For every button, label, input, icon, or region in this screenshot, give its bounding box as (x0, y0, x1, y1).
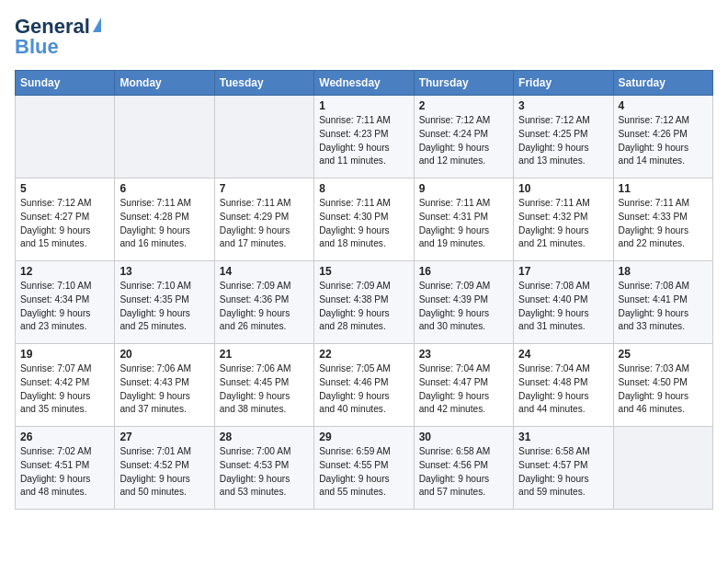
day-number: 27 (119, 431, 209, 443)
day-number: 29 (319, 431, 408, 443)
week-row-2: 5Sunrise: 7:12 AM Sunset: 4:27 PM Daylig… (16, 178, 713, 261)
day-info: Sunrise: 6:59 AM Sunset: 4:55 PM Dayligh… (319, 445, 408, 500)
week-row-4: 19Sunrise: 7:07 AM Sunset: 4:42 PM Dayli… (16, 344, 713, 427)
day-info: Sunrise: 7:11 AM Sunset: 4:30 PM Dayligh… (319, 197, 408, 251)
logo-blue: Blue (15, 35, 59, 59)
day-number: 22 (319, 348, 408, 361)
week-row-3: 12Sunrise: 7:10 AM Sunset: 4:34 PM Dayli… (16, 261, 713, 344)
calendar-cell: 5Sunrise: 7:12 AM Sunset: 4:27 PM Daylig… (16, 178, 115, 261)
header-day-saturday: Saturday (613, 71, 712, 96)
day-info: Sunrise: 6:58 AM Sunset: 4:56 PM Dayligh… (419, 445, 508, 500)
day-number: 17 (518, 265, 608, 278)
calendar-header: SundayMondayTuesdayWednesdayThursdayFrid… (16, 71, 713, 96)
day-info: Sunrise: 7:04 AM Sunset: 4:47 PM Dayligh… (419, 362, 508, 417)
calendar-cell: 2Sunrise: 7:12 AM Sunset: 4:24 PM Daylig… (414, 96, 513, 178)
day-number: 10 (518, 182, 608, 195)
day-number: 2 (419, 99, 508, 112)
calendar-cell (16, 96, 115, 178)
day-number: 20 (119, 348, 209, 361)
calendar-cell: 18Sunrise: 7:08 AM Sunset: 4:41 PM Dayli… (613, 261, 712, 344)
calendar-cell: 14Sunrise: 7:09 AM Sunset: 4:36 PM Dayli… (214, 261, 313, 344)
header-day-monday: Monday (115, 71, 214, 96)
week-row-1: 1Sunrise: 7:11 AM Sunset: 4:23 PM Daylig… (16, 96, 713, 178)
calendar-cell: 31Sunrise: 6:58 AM Sunset: 4:57 PM Dayli… (514, 427, 613, 510)
calendar-cell: 22Sunrise: 7:05 AM Sunset: 4:46 PM Dayli… (314, 344, 414, 427)
day-info: Sunrise: 7:01 AM Sunset: 4:52 PM Dayligh… (119, 445, 209, 500)
header-day-tuesday: Tuesday (214, 71, 313, 96)
calendar-cell: 24Sunrise: 7:04 AM Sunset: 4:48 PM Dayli… (514, 344, 613, 427)
day-info: Sunrise: 7:11 AM Sunset: 4:23 PM Dayligh… (319, 114, 408, 168)
day-info: Sunrise: 7:06 AM Sunset: 4:43 PM Dayligh… (119, 362, 209, 417)
day-info: Sunrise: 7:03 AM Sunset: 4:50 PM Dayligh… (619, 362, 708, 417)
calendar-cell: 26Sunrise: 7:02 AM Sunset: 4:51 PM Dayli… (16, 427, 115, 510)
header-row: SundayMondayTuesdayWednesdayThursdayFrid… (16, 71, 713, 96)
calendar-cell: 11Sunrise: 7:11 AM Sunset: 4:33 PM Dayli… (613, 178, 712, 261)
calendar-cell: 3Sunrise: 7:12 AM Sunset: 4:25 PM Daylig… (514, 96, 613, 178)
calendar-cell (115, 96, 214, 178)
day-number: 24 (518, 348, 608, 361)
day-info: Sunrise: 7:12 AM Sunset: 4:24 PM Dayligh… (419, 114, 508, 168)
calendar-cell: 6Sunrise: 7:11 AM Sunset: 4:28 PM Daylig… (115, 178, 214, 261)
logo: General Blue (15, 15, 101, 59)
day-number: 30 (419, 431, 508, 443)
day-info: Sunrise: 7:07 AM Sunset: 4:42 PM Dayligh… (20, 362, 109, 417)
day-number: 18 (619, 265, 708, 278)
day-info: Sunrise: 7:11 AM Sunset: 4:33 PM Dayligh… (619, 197, 708, 251)
day-number: 14 (220, 265, 309, 278)
day-number: 13 (119, 265, 209, 278)
day-number: 31 (518, 431, 608, 443)
day-number: 7 (220, 182, 309, 195)
day-info: Sunrise: 6:58 AM Sunset: 4:57 PM Dayligh… (518, 445, 608, 500)
day-number: 12 (20, 265, 109, 278)
calendar-cell: 30Sunrise: 6:58 AM Sunset: 4:56 PM Dayli… (414, 427, 513, 510)
calendar-cell: 8Sunrise: 7:11 AM Sunset: 4:30 PM Daylig… (314, 178, 414, 261)
calendar-cell: 25Sunrise: 7:03 AM Sunset: 4:50 PM Dayli… (613, 344, 712, 427)
calendar-cell: 23Sunrise: 7:04 AM Sunset: 4:47 PM Dayli… (414, 344, 513, 427)
day-number: 11 (619, 182, 708, 195)
day-number: 15 (319, 265, 408, 278)
day-number: 26 (20, 431, 109, 443)
page-header: General Blue (15, 15, 713, 59)
calendar-cell: 9Sunrise: 7:11 AM Sunset: 4:31 PM Daylig… (414, 178, 513, 261)
day-info: Sunrise: 7:11 AM Sunset: 4:32 PM Dayligh… (518, 197, 608, 251)
day-number: 5 (20, 182, 109, 195)
calendar-cell: 21Sunrise: 7:06 AM Sunset: 4:45 PM Dayli… (214, 344, 313, 427)
header-day-thursday: Thursday (414, 71, 513, 96)
day-info: Sunrise: 7:08 AM Sunset: 4:41 PM Dayligh… (619, 280, 708, 334)
day-info: Sunrise: 7:10 AM Sunset: 4:34 PM Dayligh… (20, 280, 109, 334)
calendar-cell: 15Sunrise: 7:09 AM Sunset: 4:38 PM Dayli… (314, 261, 414, 344)
day-number: 1 (319, 99, 408, 112)
calendar-cell: 29Sunrise: 6:59 AM Sunset: 4:55 PM Dayli… (314, 427, 414, 510)
day-number: 16 (419, 265, 508, 278)
calendar-cell: 10Sunrise: 7:11 AM Sunset: 4:32 PM Dayli… (514, 178, 613, 261)
calendar-cell: 17Sunrise: 7:08 AM Sunset: 4:40 PM Dayli… (514, 261, 613, 344)
day-info: Sunrise: 7:12 AM Sunset: 4:26 PM Dayligh… (619, 114, 708, 168)
day-number: 4 (619, 99, 708, 112)
day-info: Sunrise: 7:12 AM Sunset: 4:25 PM Dayligh… (518, 114, 608, 168)
day-info: Sunrise: 7:11 AM Sunset: 4:31 PM Dayligh… (419, 197, 508, 251)
calendar-cell: 28Sunrise: 7:00 AM Sunset: 4:53 PM Dayli… (214, 427, 313, 510)
day-number: 19 (20, 348, 109, 361)
header-day-wednesday: Wednesday (314, 71, 414, 96)
day-number: 21 (220, 348, 309, 361)
calendar-cell (613, 427, 712, 510)
day-number: 6 (119, 182, 209, 195)
day-info: Sunrise: 7:11 AM Sunset: 4:28 PM Dayligh… (119, 197, 209, 251)
calendar-body: 1Sunrise: 7:11 AM Sunset: 4:23 PM Daylig… (16, 96, 713, 510)
calendar-cell: 1Sunrise: 7:11 AM Sunset: 4:23 PM Daylig… (314, 96, 414, 178)
calendar-cell: 20Sunrise: 7:06 AM Sunset: 4:43 PM Dayli… (115, 344, 214, 427)
calendar-cell: 7Sunrise: 7:11 AM Sunset: 4:29 PM Daylig… (214, 178, 313, 261)
calendar-cell: 27Sunrise: 7:01 AM Sunset: 4:52 PM Dayli… (115, 427, 214, 510)
day-number: 9 (419, 182, 508, 195)
day-info: Sunrise: 7:08 AM Sunset: 4:40 PM Dayligh… (518, 280, 608, 334)
header-day-friday: Friday (514, 71, 613, 96)
calendar-cell: 12Sunrise: 7:10 AM Sunset: 4:34 PM Dayli… (16, 261, 115, 344)
day-number: 8 (319, 182, 408, 195)
day-info: Sunrise: 7:00 AM Sunset: 4:53 PM Dayligh… (220, 445, 309, 500)
day-info: Sunrise: 7:10 AM Sunset: 4:35 PM Dayligh… (119, 280, 209, 334)
calendar-cell: 16Sunrise: 7:09 AM Sunset: 4:39 PM Dayli… (414, 261, 513, 344)
calendar-cell: 13Sunrise: 7:10 AM Sunset: 4:35 PM Dayli… (115, 261, 214, 344)
day-info: Sunrise: 7:06 AM Sunset: 4:45 PM Dayligh… (220, 362, 309, 417)
calendar-table: SundayMondayTuesdayWednesdayThursdayFrid… (15, 70, 713, 510)
day-info: Sunrise: 7:04 AM Sunset: 4:48 PM Dayligh… (518, 362, 608, 417)
